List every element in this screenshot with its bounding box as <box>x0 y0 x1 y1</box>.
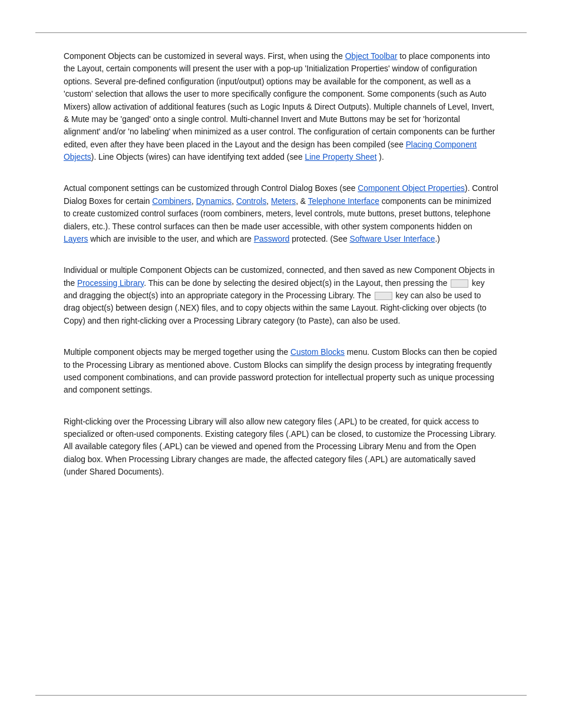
link-controls[interactable]: Controls <box>236 197 266 206</box>
link-processing-library[interactable]: Processing Library <box>77 279 144 288</box>
link-meters[interactable]: Meters <box>271 197 296 206</box>
link-custom-blocks[interactable]: Custom Blocks <box>290 348 345 357</box>
paragraph-3: Individual or multiple Component Objects… <box>64 264 498 327</box>
link-placing-component-objects[interactable]: Placing Component Objects <box>64 140 477 162</box>
paragraph-5: Right-clicking over the Processing Libra… <box>64 416 498 479</box>
key-placeholder-1 <box>451 279 468 288</box>
link-object-toolbar[interactable]: Object Toolbar <box>345 52 398 61</box>
link-component-object-properties[interactable]: Component Object Properties <box>358 184 465 193</box>
page-container: Component Objects can be customized in s… <box>0 0 562 728</box>
link-telephone-interface[interactable]: Telephone Interface <box>308 197 379 206</box>
key-placeholder-2 <box>375 292 392 300</box>
top-rule <box>35 32 527 33</box>
paragraph-1: Component Objects can be customized in s… <box>64 50 498 163</box>
bottom-rule <box>35 695 527 696</box>
paragraph-4: Multiple component objects may be merged… <box>64 346 498 397</box>
link-software-user-interface[interactable]: Software User Interface <box>349 235 435 243</box>
link-password[interactable]: Password <box>254 235 290 243</box>
link-line-property-sheet[interactable]: Line Property Sheet <box>305 153 377 162</box>
main-content: Component Objects can be customized in s… <box>0 0 562 548</box>
link-dynamics[interactable]: Dynamics <box>196 197 232 206</box>
link-layers[interactable]: Layers <box>64 235 88 243</box>
paragraph-2: Actual component settings can be customi… <box>64 182 498 245</box>
link-combiners[interactable]: Combiners <box>152 197 191 206</box>
